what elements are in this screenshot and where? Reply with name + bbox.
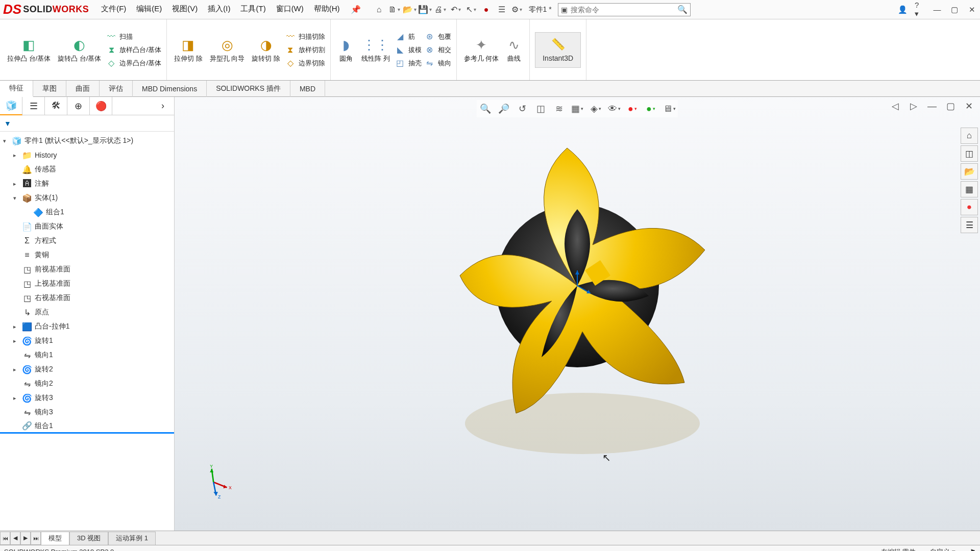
tree-item-18[interactable]: ⇋镜向3 bbox=[0, 405, 174, 419]
vp-close-icon[interactable]: ✕ bbox=[962, 99, 976, 113]
tree-root[interactable]: ▾ 🧊 零件1 (默认<<默认>_显示状态 1>) bbox=[0, 134, 174, 148]
tree-item-3[interactable]: ▾📦实体(1) bbox=[0, 191, 174, 205]
menu-help[interactable]: 帮助(H) bbox=[314, 4, 340, 15]
mirror-button[interactable]: ⇋镜向 bbox=[425, 58, 451, 68]
tree-item-7[interactable]: ≡黄铜 bbox=[0, 248, 174, 262]
tab-sw-addins[interactable]: SOLIDWORKS 插件 bbox=[207, 81, 290, 97]
previous-view-icon[interactable]: ↺ bbox=[515, 102, 529, 116]
dock-custom-props-icon[interactable]: ☰ bbox=[961, 217, 978, 233]
revolve-cut-button[interactable]: ◑旋转切 除 bbox=[250, 36, 282, 64]
home-icon[interactable]: ⌂ bbox=[374, 4, 385, 15]
tree-filter-row[interactable]: ▼ bbox=[0, 115, 174, 132]
print-icon[interactable]: 🖨 bbox=[435, 4, 446, 15]
dock-home-icon[interactable]: ⌂ bbox=[961, 128, 978, 144]
viewport[interactable]: 🔍 🔎 ↺ ◫ ≋ ▦ ◈ 👁 ● ● 🖥 ◁ ▷ — ▢ ✕ ⌂ ◫ 📂 ▦ … bbox=[175, 97, 980, 531]
tree-tab-display[interactable]: ⊕ bbox=[67, 97, 90, 115]
hole-wizard-button[interactable]: ◎异型孔 向导 bbox=[208, 36, 247, 64]
search-input[interactable] bbox=[571, 6, 675, 14]
tree-item-10[interactable]: ◳右视基准面 bbox=[0, 291, 174, 305]
open-icon[interactable]: 📂 bbox=[404, 4, 415, 15]
tab-mbd[interactable]: MBD bbox=[290, 81, 325, 97]
status-units[interactable]: 自定义 ▾ bbox=[930, 547, 955, 552]
zebra-icon[interactable]: ≋ bbox=[552, 102, 566, 116]
close-button[interactable]: ✕ bbox=[967, 5, 977, 15]
tree-item-16[interactable]: ⇋镜向2 bbox=[0, 377, 174, 391]
instant3d-button[interactable]: 📏 Instant3D bbox=[535, 32, 581, 68]
intersect-button[interactable]: ⊗相交 bbox=[425, 45, 451, 55]
curves-button[interactable]: ∿曲线 bbox=[504, 36, 524, 64]
search-icon[interactable]: 🔍 bbox=[675, 5, 690, 14]
user-icon[interactable]: 👤 bbox=[897, 5, 908, 15]
btab-prev-icon[interactable]: ◀ bbox=[10, 532, 20, 545]
restore-button[interactable]: ▢ bbox=[949, 5, 960, 15]
bottom-tab-motion[interactable]: 运动算例 1 bbox=[108, 532, 156, 545]
sweep-cut-button[interactable]: 〰扫描切除 bbox=[285, 32, 325, 42]
menu-tools[interactable]: 工具(T) bbox=[240, 4, 265, 15]
btab-next-icon[interactable]: ▶ bbox=[20, 532, 31, 545]
view-orientation-icon[interactable]: 👁 bbox=[607, 102, 621, 116]
section-view-icon[interactable]: ◫ bbox=[533, 102, 548, 116]
linear-pattern-button[interactable]: ⋮⋮线性阵 列 bbox=[359, 36, 392, 64]
tab-features[interactable]: 特征 bbox=[0, 81, 33, 97]
minimize-button[interactable]: — bbox=[932, 5, 942, 15]
hide-show-icon[interactable]: ◈ bbox=[589, 102, 603, 116]
revolve-boss-button[interactable]: ◐旋转凸 台/基体 bbox=[56, 36, 103, 64]
bottom-tab-3dview[interactable]: 3D 视图 bbox=[69, 532, 108, 545]
dock-appearances-icon[interactable]: ● bbox=[961, 199, 978, 215]
tree-item-0[interactable]: ▸📁History bbox=[0, 148, 174, 162]
tree-item-17[interactable]: ▸🌀旋转3 bbox=[0, 391, 174, 405]
shell-button[interactable]: ◰抽壳 bbox=[395, 58, 422, 68]
display-style-icon[interactable]: ▦ bbox=[570, 102, 584, 116]
tree-item-9[interactable]: ◳上视基准面 bbox=[0, 277, 174, 291]
boundary-boss-button[interactable]: ◇边界凸台/基体 bbox=[106, 58, 161, 68]
undo-icon[interactable]: ↶ bbox=[450, 4, 461, 15]
search-box[interactable]: ▣ 🔍 bbox=[558, 3, 691, 16]
new-icon[interactable]: 🗎 bbox=[389, 4, 400, 15]
rib-button[interactable]: ◢筋 bbox=[395, 32, 422, 42]
tree-tab-property[interactable]: ☰ bbox=[22, 97, 45, 115]
vp-minimize-icon[interactable]: — bbox=[925, 99, 939, 113]
dock-design-library-icon[interactable]: ◫ bbox=[961, 145, 978, 162]
tree-item-19[interactable]: 🔗组合1 bbox=[0, 419, 174, 434]
tab-sketch[interactable]: 草图 bbox=[33, 81, 66, 97]
loft-boss-button[interactable]: ⧗放样凸台/基体 bbox=[106, 45, 161, 55]
scene-icon[interactable]: ● bbox=[644, 102, 658, 116]
tree-item-8[interactable]: ◳前视基准面 bbox=[0, 262, 174, 277]
dock-file-explorer-icon[interactable]: 📂 bbox=[961, 163, 978, 180]
settings-icon[interactable]: ⚙ bbox=[511, 4, 523, 15]
tree-item-5[interactable]: 📄曲面实体 bbox=[0, 219, 174, 234]
extrude-cut-button[interactable]: ◨拉伸切 除 bbox=[172, 36, 205, 64]
next-doc-icon[interactable]: ▷ bbox=[906, 99, 921, 113]
tree-item-6[interactable]: Σ方程式 bbox=[0, 234, 174, 248]
btab-first-icon[interactable]: ⏮ bbox=[0, 532, 10, 545]
tree-item-1[interactable]: 🔔传感器 bbox=[0, 162, 174, 177]
extrude-boss-button[interactable]: ◧拉伸凸 台/基体 bbox=[5, 36, 53, 64]
search-scope-icon[interactable]: ▣ bbox=[558, 6, 571, 14]
tab-surfaces[interactable]: 曲面 bbox=[66, 81, 100, 97]
reference-geometry-button[interactable]: ✦参考几 何体 bbox=[462, 36, 501, 64]
pin-icon[interactable]: 📌 bbox=[350, 4, 361, 15]
save-icon[interactable]: 💾 bbox=[420, 4, 431, 15]
tree-item-15[interactable]: ▸🌀旋转2 bbox=[0, 362, 174, 377]
help-icon[interactable]: ? ▾ bbox=[915, 5, 925, 15]
zoom-fit-icon[interactable]: 🔍 bbox=[478, 102, 493, 116]
rebuild-icon[interactable]: ● bbox=[481, 4, 492, 15]
dock-view-palette-icon[interactable]: ▦ bbox=[961, 181, 978, 197]
render-icon[interactable]: 🖥 bbox=[662, 102, 676, 116]
fillet-button[interactable]: ◗圆角 bbox=[336, 36, 356, 64]
menu-file[interactable]: 文件(F) bbox=[101, 4, 126, 15]
vp-restore-icon[interactable]: ▢ bbox=[943, 99, 958, 113]
menu-window[interactable]: 窗口(W) bbox=[276, 4, 304, 15]
tree-item-4[interactable]: 🔷组合1 bbox=[0, 205, 174, 219]
tree-tab-config[interactable]: 🛠 bbox=[45, 97, 67, 115]
draft-button[interactable]: ◣拔模 bbox=[395, 45, 422, 55]
zoom-area-icon[interactable]: 🔎 bbox=[497, 102, 511, 116]
tree-item-13[interactable]: ▸🌀旋转1 bbox=[0, 334, 174, 348]
tree-item-2[interactable]: ▸🅰注解 bbox=[0, 177, 174, 191]
bottom-tab-model[interactable]: 模型 bbox=[41, 532, 69, 545]
select-icon[interactable]: ↖ bbox=[465, 4, 477, 15]
tree-tab-feature[interactable]: 🧊 bbox=[0, 97, 22, 115]
tree-tab-appearance[interactable]: 🔴 bbox=[90, 97, 112, 115]
tree-item-14[interactable]: ⇋镜向1 bbox=[0, 348, 174, 362]
tab-evaluate[interactable]: 评估 bbox=[100, 81, 133, 97]
